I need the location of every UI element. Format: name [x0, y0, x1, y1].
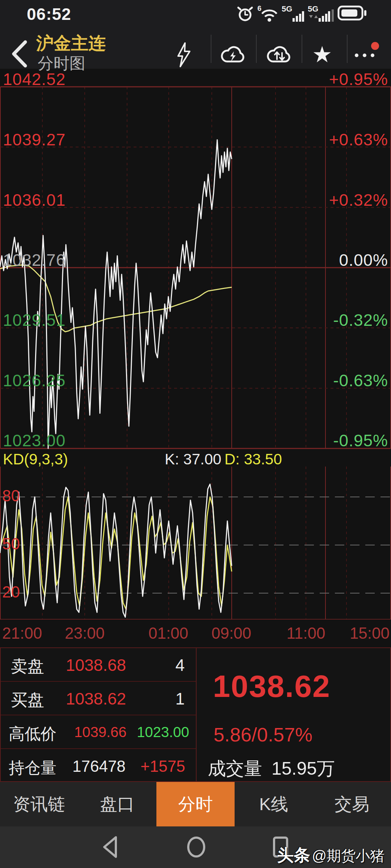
kd-k-value: K: 37.00: [165, 451, 221, 468]
price-change: 5.86/0.57%: [214, 723, 312, 746]
alarm-icon: [237, 5, 253, 22]
info-row-divider: [1, 681, 196, 682]
bid-volume: 1: [152, 689, 185, 709]
quick-trade-button[interactable]: [176, 42, 192, 68]
nav-home-button[interactable]: [185, 834, 207, 860]
bid-label: 买盘: [11, 689, 44, 711]
watermark: 头条 @期货小猪: [277, 844, 384, 867]
tab-kline[interactable]: K线: [235, 782, 313, 826]
svg-text:5G: 5G: [308, 5, 318, 13]
price-level-label: 1026.25: [3, 371, 66, 390]
time-axis-label: 15:00: [350, 624, 390, 642]
status-icons: 6 5G 5G: [237, 4, 367, 22]
lightning-icon: [176, 42, 192, 68]
cloud-lightning-icon: [220, 43, 247, 66]
info-panel-divider: [196, 648, 197, 781]
header-divider: [256, 35, 257, 63]
price-level-label: 1042.52: [3, 69, 66, 89]
kd-level-label: 80: [2, 487, 20, 505]
high-price: 1039.66: [74, 724, 127, 740]
dot-icon: [355, 54, 358, 57]
price-level-label: 1023.00: [3, 431, 66, 450]
nav-home-circle-icon: [185, 834, 207, 860]
cloud-sync-button[interactable]: [266, 43, 293, 66]
favorite-button[interactable]: ★: [312, 42, 332, 67]
nav-back-triangle-icon: [101, 834, 119, 860]
price-chart[interactable]: [0, 67, 391, 620]
time-axis-label: 01:00: [148, 624, 188, 642]
tab-trade[interactable]: 交易: [313, 782, 391, 826]
pct-level-label: 0.00%: [339, 250, 388, 270]
info-row-divider: [1, 748, 196, 749]
battery-icon: [337, 4, 367, 22]
back-chevron-icon: [9, 40, 31, 68]
cloud-sync-icon: [266, 43, 293, 66]
bid-price: 1038.62: [54, 689, 138, 709]
pct-level-label: +0.63%: [329, 130, 388, 149]
ask-label: 卖盘: [11, 655, 44, 678]
page-title: 沪金主连: [36, 32, 106, 55]
cloud-alert-button[interactable]: [220, 43, 247, 66]
wifi-icon: 6: [257, 5, 278, 22]
header-divider: [211, 35, 211, 63]
status-clock: 06:52: [27, 4, 71, 24]
kd-indicator-title[interactable]: KD(9,3,3): [3, 451, 68, 468]
volume-value: 15.95万: [272, 757, 335, 781]
signal-bars-2-icon: 5G: [308, 5, 334, 22]
dot-icon: [363, 54, 366, 57]
volume-label: 成交量: [208, 757, 262, 781]
watermark-brand: 头条: [277, 846, 310, 864]
open-interest-label: 持仓量: [9, 757, 56, 779]
star-icon: ★: [312, 42, 332, 67]
ask-price: 1038.68: [54, 655, 138, 675]
pct-level-label: +0.95%: [329, 69, 388, 89]
time-axis-label: 23:00: [65, 624, 105, 642]
tab-intraday[interactable]: 分时: [156, 782, 235, 826]
notification-badge: [371, 42, 379, 50]
open-interest-change: +1575: [140, 757, 185, 775]
pct-level-label: -0.32%: [333, 310, 388, 330]
signal-bars-1-icon: 5G: [282, 5, 304, 22]
low-price: 1023.00: [137, 724, 189, 740]
back-button[interactable]: [9, 40, 31, 68]
pct-level-label: -0.63%: [333, 371, 388, 390]
price-level-label: 1039.27: [3, 130, 66, 149]
wifi-gen-label: 6: [257, 5, 261, 12]
info-row-divider: [1, 715, 196, 715]
high-low-label: 高低价: [9, 723, 56, 745]
volume-row: 成交量 15.95万: [208, 757, 335, 781]
pct-level-label: -0.95%: [333, 431, 388, 450]
bottom-tab-bar: 资讯链 盘口 分时 K线 交易: [0, 782, 391, 826]
price-level-label: 1032.76: [3, 250, 66, 270]
kd-level-label: 50: [2, 535, 20, 553]
nav-back-button[interactable]: [101, 834, 119, 860]
last-price: 1038.62: [213, 668, 331, 704]
dot-icon: [371, 54, 374, 57]
price-level-label: 1036.01: [3, 190, 66, 210]
header-divider: [302, 35, 302, 63]
ask-volume: 4: [152, 655, 185, 675]
tab-order-book[interactable]: 盘口: [78, 782, 156, 826]
more-menu-button[interactable]: [355, 54, 374, 57]
time-axis-label: 09:00: [211, 624, 251, 642]
kd-level-label: 20: [2, 583, 20, 601]
price-level-label: 1029.51: [3, 310, 66, 330]
tab-news-chain[interactable]: 资讯链: [0, 782, 78, 826]
open-interest-value: 176478: [72, 757, 126, 775]
pct-level-label: +0.32%: [329, 190, 388, 210]
header-divider: [347, 35, 348, 63]
time-axis-label: 11:00: [287, 624, 325, 642]
watermark-user: @期货小猪: [312, 848, 384, 864]
svg-text:5G: 5G: [282, 5, 292, 13]
kd-d-value: D: 33.50: [224, 451, 282, 468]
time-axis-label: 21:00: [2, 624, 42, 642]
